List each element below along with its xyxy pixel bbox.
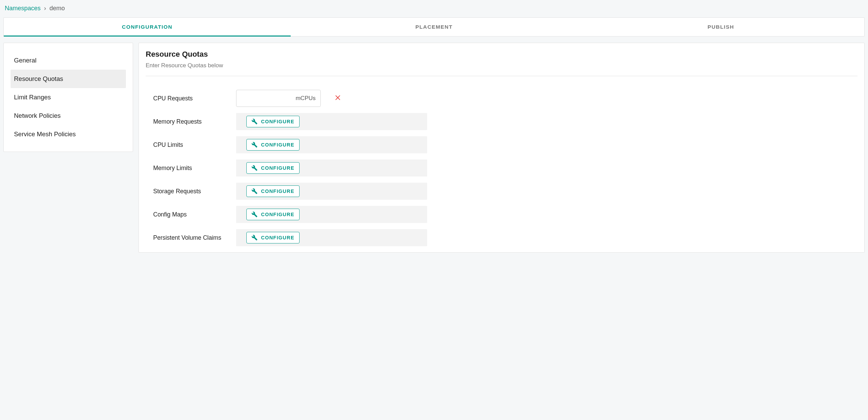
quota-label-cpu-limits: CPU Limits <box>146 141 236 149</box>
configure-button-label: CONFIGURE <box>261 212 294 217</box>
sidebar-item-resource-quotas[interactable]: Resource Quotas <box>11 70 126 88</box>
quota-label-cpu-requests: CPU Requests <box>146 95 236 102</box>
tab-bar: CONFIGURATION PLACEMENT PUBLISH <box>3 17 865 37</box>
cpu-requests-unit: mCPUs <box>295 95 316 102</box>
tab-placement[interactable]: PLACEMENT <box>291 18 578 36</box>
configure-button-memory-limits[interactable]: CONFIGURE <box>246 162 300 174</box>
cpu-requests-remove-button[interactable] <box>334 94 341 102</box>
main-panel: Resource Quotas Enter Resource Quotas be… <box>139 43 865 253</box>
wrench-icon <box>251 188 258 194</box>
breadcrumb-separator: › <box>44 5 46 12</box>
configure-button-storage-requests[interactable]: CONFIGURE <box>246 185 300 197</box>
quota-row-storage-requests: Storage RequestsCONFIGURE <box>146 183 857 200</box>
sidebar-item-general[interactable]: General <box>11 51 126 70</box>
quota-row-persistent-volume-claims: Persistent Volume ClaimsCONFIGURE <box>146 229 857 246</box>
quota-row-config-maps: Config MapsCONFIGURE <box>146 206 857 223</box>
wrench-icon <box>251 142 258 148</box>
quota-row-cpu-limits: CPU LimitsCONFIGURE <box>146 136 857 153</box>
quota-label-memory-requests: Memory Requests <box>146 118 236 125</box>
configure-button-persistent-volume-claims[interactable]: CONFIGURE <box>246 232 300 243</box>
quota-control-config-maps: CONFIGURE <box>236 206 427 223</box>
tab-configuration[interactable]: CONFIGURATION <box>4 18 291 36</box>
wrench-icon <box>251 118 258 125</box>
panel-header: Resource Quotas Enter Resource Quotas be… <box>146 50 857 76</box>
cpu-requests-input[interactable] <box>259 95 293 102</box>
panel-subtitle: Enter Resource Quotas below <box>146 62 857 69</box>
configure-button-config-maps[interactable]: CONFIGURE <box>246 209 300 220</box>
configure-button-label: CONFIGURE <box>261 119 294 124</box>
sidebar-item-service-mesh-policies[interactable]: Service Mesh Policies <box>11 125 126 143</box>
breadcrumb-root-link[interactable]: Namespaces <box>5 5 41 12</box>
quota-label-config-maps: Config Maps <box>146 211 236 218</box>
quota-row-memory-requests: Memory RequestsCONFIGURE <box>146 113 857 130</box>
quota-label-memory-limits: Memory Limits <box>146 165 236 172</box>
quota-row-cpu-requests: CPU Requests mCPUs <box>146 90 857 107</box>
configure-button-cpu-limits[interactable]: CONFIGURE <box>246 139 300 151</box>
close-icon <box>334 94 341 101</box>
quota-control-cpu-limits: CONFIGURE <box>236 136 427 153</box>
sidebar-item-limit-ranges[interactable]: Limit Ranges <box>11 88 126 107</box>
wrench-icon <box>251 165 258 171</box>
quota-control-storage-requests: CONFIGURE <box>236 183 427 200</box>
wrench-icon <box>251 235 258 241</box>
quota-label-persistent-volume-claims: Persistent Volume Claims <box>146 234 236 241</box>
configure-button-label: CONFIGURE <box>261 142 294 148</box>
quota-label-storage-requests: Storage Requests <box>146 188 236 195</box>
configure-button-memory-requests[interactable]: CONFIGURE <box>246 116 300 127</box>
quota-control-memory-requests: CONFIGURE <box>236 113 427 130</box>
tab-publish[interactable]: PUBLISH <box>577 18 864 36</box>
breadcrumb: Namespaces › demo <box>3 5 865 17</box>
quota-control-persistent-volume-claims: CONFIGURE <box>236 229 427 246</box>
quota-control-memory-limits: CONFIGURE <box>236 159 427 177</box>
configure-button-label: CONFIGURE <box>261 165 294 171</box>
panel-title: Resource Quotas <box>146 50 857 59</box>
configure-button-label: CONFIGURE <box>261 188 294 194</box>
configure-button-label: CONFIGURE <box>261 235 294 240</box>
wrench-icon <box>251 211 258 218</box>
cpu-requests-input-group: mCPUs <box>236 90 321 107</box>
sidebar: General Resource Quotas Limit Ranges Net… <box>3 43 133 152</box>
breadcrumb-current: demo <box>49 5 65 12</box>
sidebar-item-network-policies[interactable]: Network Policies <box>11 107 126 125</box>
quota-row-memory-limits: Memory LimitsCONFIGURE <box>146 159 857 177</box>
